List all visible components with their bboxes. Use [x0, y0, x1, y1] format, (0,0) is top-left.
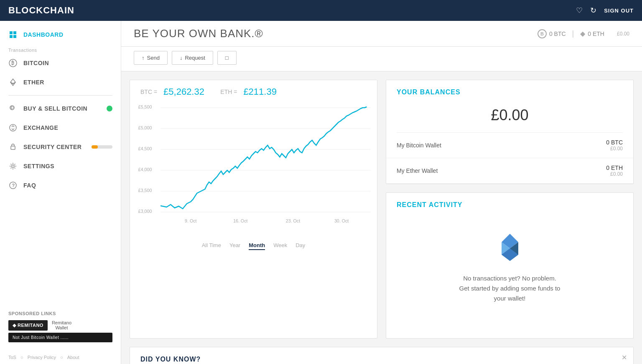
chart-svg-container: £5,500 £5,000 £4,500 £4,000 £3,500 £3,00… — [130, 101, 377, 235]
security-progress-fill — [92, 145, 98, 149]
did-you-know-card: DID YOU KNOW? ✕ Go mobile with Blockchai… — [130, 347, 634, 364]
sidebar-label-buy-sell: BUY & SELL BITCOIN — [23, 105, 87, 112]
btc-balance-display: B 0 BTC — [538, 29, 566, 38]
svg-rect-2 — [10, 35, 13, 38]
svg-rect-1 — [13, 31, 16, 34]
footer-tos[interactable]: ToS — [8, 355, 16, 360]
transactions-label: Transactions — [0, 44, 121, 53]
svg-text:16. Oct: 16. Oct — [233, 218, 247, 223]
price-separator — [211, 88, 214, 96]
sponsor-remitano-wallet-text: RemitanoWallet — [52, 320, 71, 330]
footer-links: ToS ○ Privacy Policy ○ About — [0, 351, 121, 364]
sidebar-item-ether[interactable]: ETHER — [0, 73, 121, 92]
ether-wallet-name: My Ether Wallet — [397, 167, 438, 174]
sidebar-item-settings[interactable]: SETTINGS — [0, 157, 121, 176]
svg-text:?: ? — [12, 183, 15, 188]
sidebar-item-exchange[interactable]: EXCHANGE — [0, 118, 121, 137]
eth-diamond-icon: ◆ — [580, 30, 585, 38]
sponsored-section: SPONSORED LINKS ◆ REMITANO RemitanoWalle… — [0, 303, 121, 351]
faq-icon: ? — [8, 181, 18, 190]
tab-all-time[interactable]: All Time — [202, 241, 221, 250]
sponsor-remitano-text: ◆ REMITANO — [13, 323, 43, 328]
sidebar-label-bitcoin: BITCOIN — [23, 60, 49, 66]
request-button[interactable]: ↓ Request — [172, 51, 213, 65]
sidebar-label-ether: ETHER — [23, 79, 44, 86]
svg-text:9. Oct: 9. Oct — [185, 218, 196, 223]
sidebar-item-bitcoin[interactable]: ₿ BITCOIN — [0, 53, 121, 73]
svg-point-13 — [12, 165, 14, 167]
security-icon — [8, 142, 18, 152]
bell-icon[interactable]: ♡ — [576, 6, 583, 15]
request-icon: ↓ — [180, 55, 183, 61]
signout-button[interactable]: SIGN OUT — [604, 8, 634, 14]
exchange-icon — [8, 123, 18, 132]
sidebar-label-faq: FAQ — [23, 182, 36, 189]
bitcoin-crypto-amount: 0 BTC — [606, 139, 623, 146]
buy-sell-indicator — [107, 106, 112, 111]
eth-price-label: ETH = — [220, 88, 237, 95]
send-button[interactable]: ↑ Send — [134, 51, 168, 65]
chart-header: BTC = £5,262.32 ETH = £211.39 — [130, 80, 377, 101]
btc-balance-value: 0 BTC — [549, 30, 566, 37]
ether-crypto-amount: 0 ETH — [606, 164, 623, 171]
bitcoin-wallet-row: My Bitcoin Wallet 0 BTC £0.00 — [386, 133, 633, 158]
security-progress-bar — [92, 145, 112, 149]
nav-right: ♡ ↻ SIGN OUT — [576, 6, 634, 15]
sponsor-remitano-box[interactable]: ◆ REMITANO — [8, 320, 48, 331]
svg-text:30. Oct: 30. Oct — [334, 218, 349, 223]
sidebar-divider-1 — [8, 95, 112, 96]
recent-activity-card: RECENT ACTIVITY No transactions yet? No … — [386, 192, 634, 339]
footer-separator-1: ○ — [20, 355, 23, 360]
svg-text:£5,000: £5,000 — [138, 125, 152, 130]
ether-wallet-row: My Ether Wallet 0 ETH £0.00 — [386, 158, 633, 184]
blockchain-logo-icon — [493, 232, 527, 265]
tab-day[interactable]: Day — [296, 241, 305, 250]
activity-empty-state: No transactions yet? No problem. Get sta… — [386, 215, 633, 320]
sidebar-item-security[interactable]: SECURITY CENTER — [0, 137, 121, 157]
svg-marker-7 — [10, 82, 15, 86]
tab-month[interactable]: Month — [249, 241, 265, 250]
did-you-know-title: DID YOU KNOW? — [140, 356, 623, 363]
action-bar: ↑ Send ↓ Request □ — [121, 47, 642, 71]
ether-fiat-amount: £0.00 — [606, 171, 623, 177]
sidebar-item-faq[interactable]: ? FAQ — [0, 176, 121, 195]
sidebar-label-settings: SETTINGS — [23, 163, 54, 169]
did-you-know-close[interactable]: ✕ — [622, 354, 627, 361]
ether-icon — [8, 78, 18, 87]
copy-button[interactable]: □ — [217, 51, 237, 65]
svg-text:£4,000: £4,000 — [138, 167, 152, 172]
balance-divider: | — [572, 29, 574, 38]
sidebar-label-dashboard: DASHBOARD — [23, 31, 64, 38]
tab-week[interactable]: Week — [273, 241, 287, 250]
sidebar-item-dashboard[interactable]: DASHBOARD — [0, 25, 121, 44]
footer-about[interactable]: About — [67, 355, 79, 360]
sponsor-remitano-logo[interactable]: ◆ REMITANO — [8, 320, 48, 331]
sponsor-not-just-bitcoin[interactable]: Not Just Bitcoin Wallet ...... — [8, 333, 112, 342]
brand-logo: BLOCKCHAIN — [8, 5, 74, 16]
activity-empty-text: No transactions yet? No problem. Get sta… — [459, 273, 560, 303]
content-grid: YOUR BALANCES £0.00 My Bitcoin Wallet 0 … — [121, 71, 642, 347]
bitcoin-wallet-balance: 0 BTC £0.00 — [606, 139, 623, 152]
svg-rect-12 — [11, 146, 15, 149]
main-content: BE YOUR OWN BANK.® B 0 BTC | ◆ 0 ETH £0.… — [121, 21, 642, 364]
fiat-balance-total: £0.00 — [617, 31, 629, 37]
price-chart-svg: £5,500 £5,000 £4,500 £4,000 £3,500 £3,00… — [136, 104, 371, 229]
tab-year[interactable]: Year — [229, 241, 240, 250]
footer-privacy[interactable]: Privacy Policy — [28, 355, 56, 360]
sidebar-item-buy-sell[interactable]: BUY & SELL BITCOIN — [0, 99, 121, 118]
eth-balance-display: ◆ 0 ETH — [580, 30, 604, 38]
header-balance: B 0 BTC | ◆ 0 ETH £0.00 — [538, 29, 629, 38]
top-navigation: BLOCKCHAIN ♡ ↻ SIGN OUT — [0, 0, 642, 21]
sponsor-remitano-wallet[interactable]: RemitanoWallet — [52, 320, 71, 331]
send-icon: ↑ — [142, 55, 145, 61]
settings-icon — [8, 162, 18, 171]
btc-circle-icon: B — [538, 29, 547, 38]
refresh-icon[interactable]: ↻ — [590, 6, 596, 15]
balances-title: YOUR BALANCES — [386, 80, 633, 102]
svg-text:£3,500: £3,500 — [138, 188, 152, 193]
chart-prices: BTC = £5,262.32 ETH = £211.39 — [140, 86, 367, 97]
bitcoin-wallet-name: My Bitcoin Wallet — [397, 142, 441, 149]
chart-tabs: All Time Year Month Week Day — [130, 235, 377, 256]
copy-icon: □ — [225, 55, 229, 61]
dashboard-icon — [8, 30, 18, 39]
